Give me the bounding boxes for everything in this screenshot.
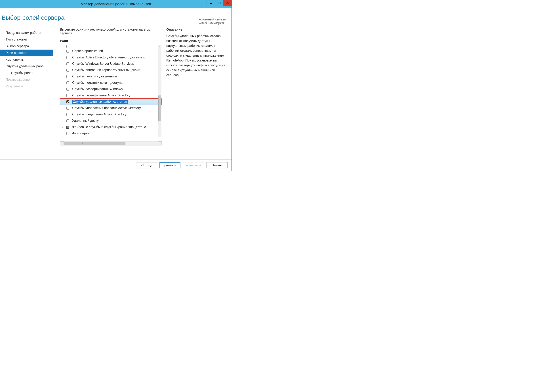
role-label: Службы сертификатов Active Directory — [72, 94, 130, 97]
role-checkbox[interactable] — [66, 56, 69, 59]
description-text: Службы удаленных рабочих столов позволяю… — [166, 34, 226, 78]
role-checkbox[interactable] — [66, 81, 69, 84]
role-row[interactable]: Службы Active Directory облегченного дос… — [60, 54, 162, 61]
role-row-cutoff[interactable] — [60, 45, 162, 48]
role-label: Службы политики сети и доступа — [72, 81, 123, 85]
role-label: Службы Windows Server Update Services — [72, 62, 134, 66]
window-controls — [207, 0, 232, 8]
step-rds[interactable]: Службы удаленных рабо... — [0, 63, 53, 70]
role-label: Службы федерации Active Directory — [72, 112, 126, 116]
role-checkbox[interactable] — [66, 62, 69, 65]
role-row[interactable]: Службы федерации Active Directory — [60, 111, 162, 118]
roles-section-label: Роли — [60, 39, 162, 43]
scroll-track[interactable] — [64, 141, 158, 145]
roles-scroll-viewport: Сервер приложений Службы Active Director… — [60, 45, 162, 141]
back-button[interactable]: < Назад — [136, 162, 157, 168]
role-row[interactable]: Службы Windows Server Update Services — [60, 61, 162, 67]
role-checkbox[interactable] — [66, 107, 69, 110]
role-label: Службы удаленных рабочих столов — [72, 100, 128, 104]
roles-listbox: Сервер приложений Службы Active Director… — [60, 45, 162, 146]
page-title: Выбор ролей сервера — [0, 12, 232, 21]
content-area: Выбор ролей сервера КОНЕЧНЫЙ СЕРВЕР WIN-… — [0, 8, 232, 159]
wizard-footer: < Назад Далее > Установить Отмена — [0, 159, 232, 171]
center-panel: Выберите одну или несколько ролей для ус… — [53, 28, 164, 154]
vertical-scrollbar[interactable]: ˄ ˅ — [158, 45, 161, 137]
window-title: Мастер добавления ролей и компонентов — [81, 2, 151, 6]
role-checkbox[interactable] — [66, 69, 69, 72]
role-checkbox[interactable] — [66, 50, 69, 53]
role-label: Удаленный доступ — [72, 119, 101, 123]
titlebar: Мастер добавления ролей и компонентов — [0, 0, 232, 8]
role-row[interactable]: Службы политики сети и доступа — [60, 80, 162, 86]
role-row[interactable]: Сервер приложений — [60, 48, 162, 54]
role-checkbox[interactable] — [66, 113, 69, 116]
scroll-right-icon[interactable]: › — [158, 141, 162, 145]
target-server-label: КОНЕЧНЫЙ СЕРВЕР WIN-SKV87N0QB33 — [199, 18, 226, 25]
role-row[interactable]: Службы развертывания Windows — [60, 86, 162, 92]
scroll-down-icon[interactable]: ˅ — [158, 134, 161, 137]
role-row[interactable]: Удаленный доступ — [60, 118, 162, 124]
role-checkbox[interactable] — [66, 94, 69, 97]
role-checkbox-indeterminate[interactable] — [66, 126, 69, 129]
description-label: Описание — [166, 28, 226, 32]
role-checkbox-cutoff[interactable] — [66, 45, 69, 48]
role-row-rds[interactable]: Службы удаленных рабочих столов — [60, 99, 162, 105]
role-label: Сервер приложений — [72, 49, 103, 53]
role-row[interactable]: ▷ Файловые службы и службы хранилища (Ус… — [60, 124, 162, 130]
next-button[interactable]: Далее > — [159, 162, 181, 168]
step-installation-type[interactable]: Тип установки — [0, 36, 53, 43]
step-server-roles[interactable]: Роли сервера — [0, 50, 53, 56]
main-row: Перед началом работы Тип установки Выбор… — [0, 28, 232, 154]
scroll-up-icon[interactable]: ˄ — [158, 45, 161, 49]
step-role-services[interactable]: Службы ролей — [0, 70, 53, 76]
description-panel: Описание Службы удаленных рабочих столов… — [164, 28, 232, 154]
scroll-left-icon[interactable]: ‹ — [60, 141, 64, 145]
minimize-button[interactable] — [207, 0, 215, 6]
svg-rect-1 — [218, 2, 220, 4]
roles-list: Сервер приложений Службы Active Director… — [60, 45, 162, 137]
role-checkbox[interactable] — [66, 75, 69, 78]
role-checkbox[interactable] — [66, 101, 69, 103]
step-results: Результаты — [0, 83, 53, 90]
role-row[interactable]: Факс-сервер — [60, 130, 162, 137]
svg-rect-0 — [210, 3, 212, 4]
horizontal-scrollbar[interactable]: ‹ › — [60, 141, 162, 145]
scroll-thumb[interactable] — [158, 95, 161, 121]
close-button[interactable] — [223, 0, 232, 6]
role-label: Файловые службы и службы хранилища (Уста… — [72, 125, 146, 129]
step-confirmation: Подтверждение — [0, 76, 53, 83]
wizard-steps-sidebar: Перед началом работы Тип установки Выбор… — [0, 28, 53, 154]
target-label-line2: WIN-SKV87N0QB33 — [199, 21, 226, 25]
role-label: Службы печати и документов — [72, 74, 117, 78]
step-before-you-begin[interactable]: Перед началом работы — [0, 29, 53, 36]
role-row[interactable]: Службы активации корпоративных лицензий — [60, 67, 162, 73]
step-server-selection[interactable]: Выбор сервера — [0, 43, 53, 50]
scroll-track[interactable] — [158, 49, 161, 134]
step-features[interactable]: Компоненты — [0, 56, 53, 63]
role-label: Факс-сервер — [72, 132, 91, 135]
scroll-thumb[interactable] — [64, 142, 125, 145]
target-label-line1: КОНЕЧНЫЙ СЕРВЕР — [199, 18, 226, 21]
role-row[interactable]: Службы печати и документов — [60, 73, 162, 80]
role-label: Службы развертывания Windows — [72, 87, 123, 91]
role-label: Службы Active Directory облегченного дос… — [72, 56, 145, 59]
role-checkbox[interactable] — [66, 119, 69, 122]
role-label: Службы управления правами Active Directo… — [72, 106, 141, 110]
cancel-button[interactable]: Отмена — [207, 162, 227, 168]
role-checkbox[interactable] — [66, 88, 69, 91]
expand-icon[interactable]: ▷ — [61, 126, 63, 128]
maximize-button[interactable] — [215, 0, 223, 6]
role-row[interactable]: Службы управления правами Active Directo… — [60, 105, 162, 111]
role-label: Службы активации корпоративных лицензий — [72, 68, 140, 72]
role-row[interactable]: Службы сертификатов Active Directory — [60, 92, 162, 99]
install-button: Установить — [183, 162, 204, 168]
instruction-text: Выберите одну или несколько ролей для ус… — [60, 28, 162, 35]
role-checkbox[interactable] — [66, 132, 69, 135]
